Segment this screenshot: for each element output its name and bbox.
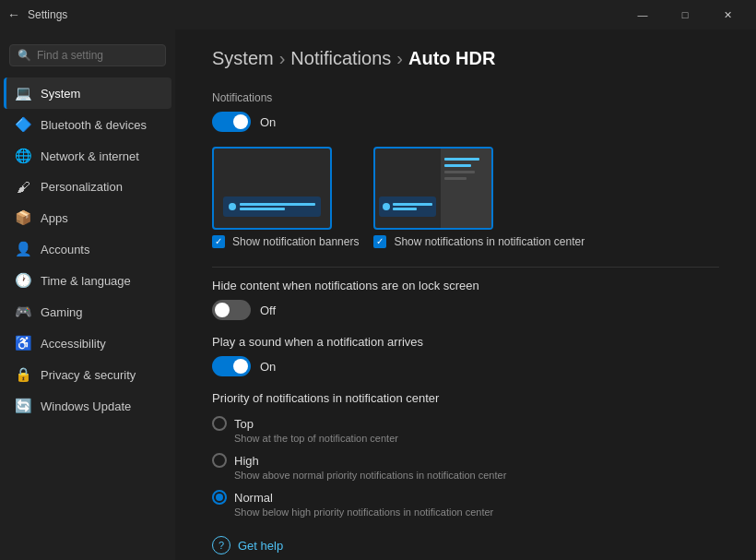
sidebar-icon-network: 🌐	[15, 148, 31, 164]
sidebar-item-accessibility[interactable]: ♿ Accessibility	[4, 328, 171, 359]
sidebar-item-privacy[interactable]: 🔒 Privacy & security	[4, 359, 171, 390]
sidebar-label-personalization: Personalization	[41, 180, 123, 194]
radio-label-high: High	[234, 454, 259, 468]
sidebar-item-network[interactable]: 🌐 Network & internet	[4, 140, 171, 172]
sound-toggle-row: On	[212, 356, 719, 376]
sidebar-icon-update: 🔄	[15, 398, 31, 414]
sidebar-item-time[interactable]: 🕐 Time & language	[4, 265, 171, 296]
notif-lines-2	[393, 203, 432, 210]
search-icon: 🔍	[18, 49, 31, 62]
show-banners-checkbox-row: ✓ Show notification banners	[212, 235, 359, 248]
notif-dot	[229, 203, 236, 210]
radio-item-high: High Show above normal priority notifica…	[212, 453, 719, 481]
show-notif-center-label: Show notifications in notification cente…	[394, 235, 585, 248]
sidebar-item-apps[interactable]: 📦 Apps	[4, 202, 171, 233]
breadcrumb-sep-2: ›	[396, 48, 403, 69]
priority-title: Priority of notifications in notificatio…	[212, 391, 719, 405]
sidebar-label-system: System	[41, 87, 80, 101]
notif-center-preview-card	[373, 147, 493, 230]
notif-line-2-short	[393, 208, 417, 210]
breadcrumb: System › Notifications › Auto HDR	[212, 48, 719, 69]
search-input[interactable]	[37, 49, 158, 62]
sidebar-item-update[interactable]: 🔄 Windows Update	[4, 390, 171, 422]
banner-card-group: ✓ Show notification banners	[212, 147, 359, 252]
show-notif-center-checkbox-row: ✓ Show notifications in notification cen…	[373, 235, 585, 248]
radio-btn-high[interactable]	[212, 453, 227, 468]
radio-desc-top: Show at the top of notification center	[234, 433, 719, 444]
sidebar-label-accounts: Accounts	[41, 243, 89, 256]
help-icon: ?	[212, 536, 230, 554]
app-body: 🔍 💻 System 🔷 Bluetooth & devices 🌐 Netwo…	[0, 30, 756, 560]
sidebar-item-gaming[interactable]: 🎮 Gaming	[4, 296, 171, 328]
lock-screen-toggle[interactable]	[212, 300, 251, 320]
titlebar-controls: — □ ✕	[621, 0, 749, 30]
sidebar-label-accessibility: Accessibility	[41, 337, 106, 351]
breadcrumb-system[interactable]: System	[212, 48, 274, 69]
titlebar-left: ← Settings	[7, 7, 67, 22]
sidebar-label-gaming: Gaming	[41, 305, 83, 319]
notifications-toggle[interactable]	[212, 112, 251, 132]
divider-1	[212, 267, 719, 268]
side-panel-lines	[444, 158, 488, 180]
lock-screen-group: Hide content when notifications are on l…	[212, 279, 719, 320]
sidebar-item-personalization[interactable]: 🖌 Personalization	[4, 172, 171, 202]
notif-lines	[240, 203, 315, 210]
sidebar-icon-privacy: 🔒	[15, 366, 31, 383]
search-box[interactable]: 🔍	[9, 44, 166, 66]
breadcrumb-notifications[interactable]: Notifications	[290, 48, 391, 69]
get-help-label: Get help	[238, 539, 283, 553]
sound-toggle[interactable]	[212, 356, 251, 376]
notif-center-card-group: ✓ Show notifications in notification cen…	[373, 147, 585, 252]
radio-item-normal: Normal Show below high priority notifica…	[212, 490, 719, 518]
maximize-button[interactable]: □	[664, 0, 706, 30]
notifications-toggle-row: On	[212, 112, 719, 132]
sound-title: Play a sound when a notification arrives	[212, 335, 719, 349]
main-content: System › Notifications › Auto HDR Notifi…	[175, 30, 756, 560]
side-line-1	[444, 158, 479, 161]
lock-screen-toggle-row: Off	[212, 300, 719, 320]
sidebar-label-apps: Apps	[41, 211, 68, 225]
check-icon: ✓	[215, 237, 222, 246]
get-help-row[interactable]: ? Get help	[212, 536, 719, 554]
sidebar-item-bluetooth[interactable]: 🔷 Bluetooth & devices	[4, 109, 171, 140]
sound-group: Play a sound when a notification arrives…	[212, 335, 719, 376]
notif-line-short	[240, 208, 285, 210]
breadcrumb-sep-1: ›	[279, 48, 286, 69]
sidebar-icon-gaming: 🎮	[15, 304, 31, 320]
sidebar-icon-apps: 📦	[15, 209, 31, 226]
notifications-toggle-label: On	[260, 115, 276, 129]
show-banners-checkbox[interactable]: ✓	[212, 235, 225, 248]
notif-line-2	[393, 203, 432, 206]
priority-radio-group: Top Show at the top of notification cent…	[212, 416, 719, 518]
close-button[interactable]: ✕	[706, 0, 749, 30]
radio-btn-top[interactable]	[212, 416, 227, 431]
back-icon[interactable]: ←	[7, 7, 20, 22]
minimize-button[interactable]: —	[621, 0, 664, 30]
sound-toggle-thumb	[233, 359, 248, 374]
sidebar-label-time: Time & language	[41, 274, 131, 288]
preview-cards-container: ✓ Show notification banners	[212, 147, 719, 252]
sound-toggle-label: On	[260, 360, 276, 374]
notif-line-full	[240, 203, 315, 206]
show-banners-label: Show notification banners	[232, 235, 359, 248]
sidebar-item-accounts[interactable]: 👤 Accounts	[4, 233, 171, 265]
radio-row-high: High	[212, 453, 719, 468]
sidebar-icon-accounts: 👤	[15, 241, 31, 257]
sidebar-label-bluetooth: Bluetooth & devices	[41, 118, 147, 132]
notif-dot-2	[383, 203, 390, 210]
side-line-4	[444, 177, 467, 180]
breadcrumb-current: Auto HDR	[408, 48, 495, 69]
show-notif-center-checkbox[interactable]: ✓	[373, 235, 386, 248]
sidebar-icon-system: 💻	[15, 85, 31, 101]
sidebar-icon-time: 🕐	[15, 272, 31, 289]
sidebar-item-system[interactable]: 💻 System	[4, 77, 171, 109]
radio-item-top: Top Show at the top of notification cent…	[212, 416, 719, 444]
banner-preview-card	[212, 147, 332, 230]
sidebar-label-update: Windows Update	[41, 399, 131, 413]
radio-desc-high: Show above normal priority notifications…	[234, 470, 719, 481]
radio-row-top: Top	[212, 416, 719, 431]
app-title: Settings	[28, 8, 67, 21]
side-line-2	[444, 164, 470, 167]
radio-row-normal: Normal	[212, 490, 719, 505]
radio-btn-normal[interactable]	[212, 490, 227, 505]
